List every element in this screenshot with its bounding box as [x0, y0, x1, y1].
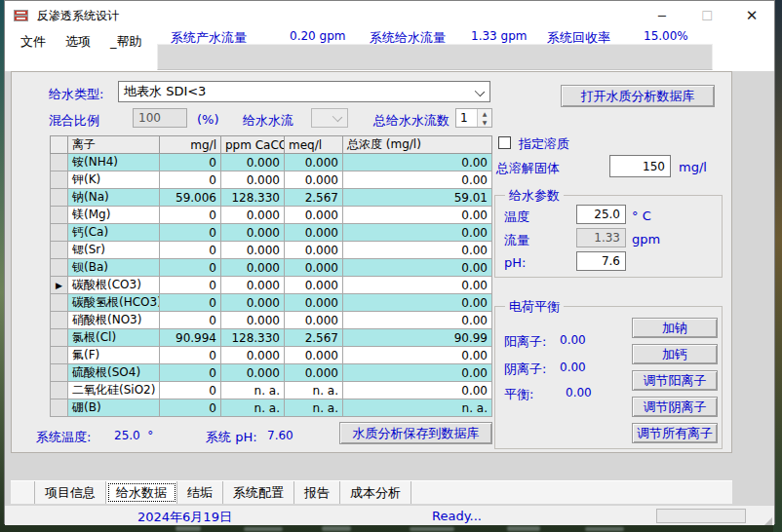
table-cell-mgl[interactable]: 0	[160, 171, 221, 189]
maximize-button[interactable]: ☐	[684, 1, 729, 30]
tab-2[interactable]: 结垢	[177, 481, 223, 504]
minimize-button[interactable]: ─	[640, 1, 684, 30]
table-cell-ppm[interactable]: 0.000	[221, 312, 285, 329]
table-cell-ppm[interactable]: 0.000	[221, 154, 285, 171]
specify-solute-checkbox[interactable]	[498, 136, 511, 149]
table-cell-ppm[interactable]: 0.000	[221, 347, 285, 364]
column-header[interactable]: 总浓度 (mg/l)	[343, 136, 492, 154]
table-cell-ppm[interactable]: 128.330	[221, 329, 285, 347]
arrow-up-icon[interactable]: ▲	[478, 109, 491, 118]
table-cell-name[interactable]: 钙(Ca)	[68, 224, 160, 242]
tds-input[interactable]: 150	[609, 155, 671, 177]
table-cell-mgl[interactable]: 0	[160, 364, 221, 382]
table-cell-total[interactable]: 0.00	[343, 224, 492, 242]
table-cell-name[interactable]: 硼(B)	[68, 399, 160, 417]
charge-balance-button-3[interactable]: 调节阴离子	[632, 397, 718, 417]
table-cell-meq[interactable]: 0.000	[285, 277, 343, 294]
table-cell-total[interactable]: 59.01	[343, 189, 492, 207]
table-cell-total[interactable]: 0.00	[343, 242, 492, 259]
tab-3[interactable]: 系统配置	[223, 481, 294, 504]
table-cell-total[interactable]: 0.00	[343, 364, 492, 382]
table-cell-ppm[interactable]: 0.000	[221, 207, 285, 224]
table-row[interactable]: 钾(K)00.0000.0000.00	[51, 171, 492, 189]
tab-0[interactable]: 项目信息	[34, 481, 106, 504]
table-cell-name[interactable]: 氟(F)	[68, 347, 160, 364]
column-header[interactable]: 离子	[68, 136, 160, 154]
table-cell-name[interactable]: 钡(Ba)	[68, 259, 160, 277]
table-cell-name[interactable]: 硫酸根(SO4)	[68, 364, 160, 382]
table-cell-mgl[interactable]: 0	[160, 347, 221, 364]
table-cell-ppm[interactable]: 0.000	[221, 294, 285, 312]
table-cell-meq[interactable]: n. a.	[285, 382, 343, 399]
flow-input[interactable]: 1.33	[576, 228, 626, 247]
stepper-arrows[interactable]: ▲▼	[477, 109, 491, 127]
table-cell-total[interactable]: 0.00	[343, 154, 492, 171]
table-row[interactable]: 硼(B)0n. a.n. a.n. a.	[51, 399, 492, 417]
table-cell-meq[interactable]: 0.000	[285, 347, 343, 364]
table-row[interactable]: 氟(F)00.0000.0000.00	[51, 347, 492, 364]
tab-5[interactable]: 成本分析	[340, 481, 411, 504]
row-selector[interactable]	[51, 259, 68, 277]
table-cell-name[interactable]: 氯根(Cl)	[68, 329, 160, 347]
table-cell-meq[interactable]: n. a.	[285, 399, 343, 417]
table-cell-meq[interactable]: 0.000	[285, 154, 343, 171]
table-row[interactable]: 钠(Na)59.006128.3302.56759.01	[51, 189, 492, 207]
table-cell-meq[interactable]: 0.000	[285, 259, 343, 277]
table-cell-meq[interactable]: 0.000	[285, 207, 343, 224]
table-cell-total[interactable]: 0.00	[343, 312, 492, 329]
table-cell-mgl[interactable]: 0	[160, 312, 221, 329]
charge-balance-button-1[interactable]: 加钙	[632, 344, 718, 364]
table-cell-meq[interactable]: 0.000	[285, 242, 343, 259]
tab-1[interactable]: 给水数据	[106, 481, 177, 504]
table-cell-name[interactable]: 铵(NH4)	[68, 154, 160, 171]
table-cell-total[interactable]: 90.99	[343, 329, 492, 347]
save-analysis-button[interactable]: 水质分析保存到数据库	[339, 422, 492, 444]
table-row[interactable]: 锶(Sr)00.0000.0000.00	[51, 242, 492, 259]
table-cell-ppm[interactable]: n. a.	[221, 399, 285, 417]
table-row[interactable]: 碳酸氢根(HCO3)00.0000.0000.00	[51, 294, 492, 312]
table-cell-meq[interactable]: 0.000	[285, 312, 343, 329]
table-cell-ppm[interactable]: 0.000	[221, 171, 285, 189]
table-cell-ppm[interactable]: 128.330	[221, 189, 285, 207]
table-cell-mgl[interactable]: 0	[160, 382, 221, 399]
row-selector[interactable]	[51, 224, 68, 242]
table-cell-total[interactable]: 0.00	[343, 207, 492, 224]
row-selector[interactable]	[51, 312, 68, 329]
table-cell-mgl[interactable]: 0	[160, 242, 221, 259]
total-streams-stepper[interactable]: 1 ▲▼	[455, 108, 492, 128]
table-cell-name[interactable]: 钾(K)	[68, 171, 160, 189]
row-selector[interactable]	[51, 171, 68, 189]
table-cell-mgl[interactable]: 0	[160, 259, 221, 277]
table-cell-ppm[interactable]: 0.000	[221, 259, 285, 277]
column-header[interactable]: meq/l	[285, 136, 343, 154]
table-cell-name[interactable]: 锶(Sr)	[68, 242, 160, 259]
table-cell-name[interactable]: 镁(Mg)	[68, 207, 160, 224]
row-selector[interactable]	[51, 399, 68, 417]
menu-file[interactable]: 文件	[20, 33, 46, 51]
table-row[interactable]: 钡(Ba)00.0000.0000.00	[51, 259, 492, 277]
table-cell-meq[interactable]: 0.000	[285, 224, 343, 242]
table-cell-mgl[interactable]: 0	[160, 294, 221, 312]
table-cell-meq[interactable]: 0.000	[285, 171, 343, 189]
charge-balance-button-4[interactable]: 调节所有离子	[632, 423, 718, 443]
ph-input[interactable]: 7.6	[576, 251, 626, 271]
table-cell-name[interactable]: 钠(Na)	[68, 189, 160, 207]
table-cell-mgl[interactable]: 0	[160, 207, 221, 224]
table-cell-ppm[interactable]: 0.000	[221, 277, 285, 294]
row-selector[interactable]	[51, 382, 68, 399]
row-selector[interactable]	[51, 347, 68, 364]
charge-balance-button-2[interactable]: 调节阳离子	[632, 370, 718, 391]
column-header[interactable]: ppm CaCO3	[221, 136, 285, 154]
row-selector[interactable]	[51, 364, 68, 382]
feed-stream-combobox[interactable]	[311, 108, 348, 128]
table-cell-meq[interactable]: 2.567	[285, 189, 343, 207]
row-selector[interactable]	[51, 242, 68, 259]
row-selector[interactable]	[51, 207, 68, 224]
table-cell-name[interactable]: 硝酸根(NO3)	[68, 312, 160, 329]
table-cell-meq[interactable]: 2.567	[285, 329, 343, 347]
table-row[interactable]: 铵(NH4)00.0000.0000.00	[51, 154, 492, 171]
table-cell-mgl[interactable]: 0	[160, 224, 221, 242]
table-cell-total[interactable]: 0.00	[343, 382, 492, 399]
close-button[interactable]: ✕	[729, 1, 774, 30]
row-selector[interactable]	[51, 294, 68, 312]
